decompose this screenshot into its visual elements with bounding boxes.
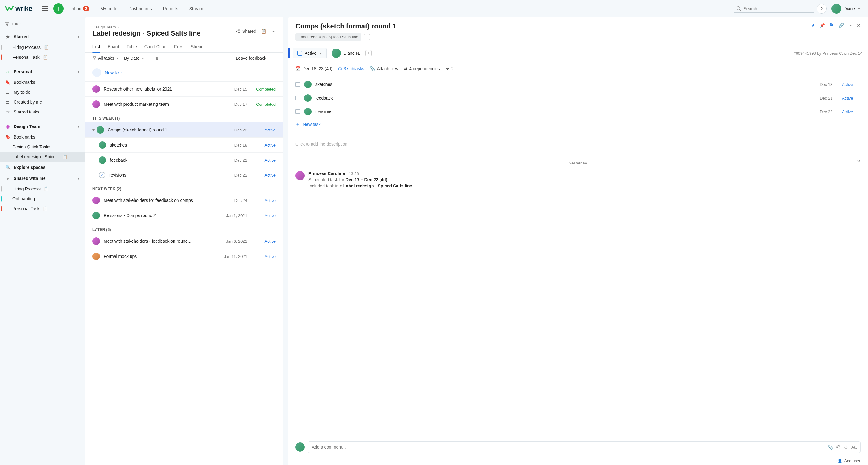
nav-mytodo[interactable]: My to-do <box>96 4 122 13</box>
sidebar-group-shared[interactable]: ● Shared with me ▼ <box>0 173 85 184</box>
sidebar-item-shared-onboarding[interactable]: Onboarding <box>0 194 85 204</box>
more-icon[interactable]: ⋯ <box>848 23 852 28</box>
expand-icon[interactable]: ⇅ <box>155 56 159 61</box>
task-avatar <box>92 212 100 219</box>
date-range[interactable]: 📅Dec 18–23 (4d) <box>296 66 333 71</box>
star-icon[interactable]: ★ <box>811 23 815 28</box>
task-row[interactable]: sketchesDec 18Active <box>85 138 283 153</box>
leave-feedback-link[interactable]: Leave feedback <box>236 56 266 61</box>
sidebar-group-personal[interactable]: ⌂ Personal ▼ <box>0 66 85 77</box>
subtask-row[interactable]: sketchesDec 18Active <box>296 77 861 91</box>
nav-inbox-label: Inbox <box>70 6 81 11</box>
sidebar-item-hiring-process[interactable]: Hiring Process 📋 <box>0 42 85 52</box>
task-date: Jan 11, 2021 <box>222 254 247 259</box>
paperclip-icon[interactable]: 📎 <box>828 444 833 450</box>
task-date: Dec 22 <box>222 173 247 177</box>
new-task-button[interactable]: ＋ New task <box>85 64 283 81</box>
tab-list[interactable]: List <box>92 41 100 52</box>
filter-tasks[interactable]: All tasks ▼ <box>92 56 119 61</box>
task-row[interactable]: ✓revisionsDec 22Active <box>85 168 283 182</box>
shared-button[interactable]: Shared <box>236 29 256 34</box>
breadcrumb[interactable]: Design Team › <box>92 25 201 29</box>
sidebar-item-created-by-me[interactable]: ≣Created by me <box>0 97 85 107</box>
sidebar-item-shared-personal-task[interactable]: Personal Task 📋 <box>0 204 85 213</box>
tab-stream[interactable]: Stream <box>191 41 205 52</box>
help-button[interactable]: ? <box>817 4 827 13</box>
tab-gantt[interactable]: Gantt Chart <box>145 41 167 52</box>
task-row[interactable]: ▾Comps (sketch format) round 1Dec 23Acti… <box>85 123 283 138</box>
tab-files[interactable]: Files <box>174 41 183 52</box>
sidebar-item-dt-bookmarks[interactable]: 🔖Bookmarks <box>0 132 85 142</box>
nav-inbox[interactable]: Inbox 2 <box>66 4 94 13</box>
more-icon[interactable]: ⋯ <box>271 56 276 61</box>
checkbox-icon[interactable] <box>296 109 300 114</box>
sidebar-item-bookmarks[interactable]: 🔖Bookmarks <box>0 77 85 87</box>
subtask-status: Active <box>842 96 861 100</box>
tab-board[interactable]: Board <box>107 41 119 52</box>
subtasks-link[interactable]: ⌬3 subtasks <box>338 66 364 71</box>
sidebar-item-personal-task[interactable]: Personal Task 📋 <box>0 52 85 62</box>
chevron-down-icon[interactable]: ▾ <box>92 127 95 132</box>
add-tag-button[interactable]: ＋ <box>364 34 370 40</box>
sidebar-group-starred[interactable]: ★ Starred ▼ <box>0 31 85 42</box>
add-assignee-button[interactable]: ＋ <box>365 50 372 56</box>
task-row[interactable]: Formal mock upsJan 11, 2021Active <box>85 249 283 264</box>
pin-icon[interactable]: 📌 <box>820 23 825 28</box>
share-count[interactable]: ⚘2 <box>445 66 454 71</box>
sidebar-item-design-quick-tasks[interactable]: Design Quick Tasks <box>0 142 85 152</box>
rss-icon[interactable] <box>829 22 834 28</box>
search-input[interactable] <box>744 6 812 11</box>
nav-stream[interactable]: Stream <box>185 4 208 13</box>
task-section-header: LATER (6) <box>85 223 283 234</box>
checkbox-icon[interactable] <box>296 82 300 87</box>
checkbox-icon[interactable] <box>296 96 300 100</box>
project-title: Label redesign - Spiced Salts line <box>92 29 201 37</box>
close-icon[interactable]: ✕ <box>857 23 861 28</box>
check-circle-icon[interactable]: ✓ <box>99 172 105 178</box>
hamburger-icon[interactable] <box>40 3 51 14</box>
dependencies[interactable]: ⇉4 dependencies <box>404 66 440 71</box>
comment-input-wrapper[interactable]: 📎 @ ☺ Aa <box>308 441 861 453</box>
sidebar-item-shared-hiring[interactable]: Hiring Process 📋 <box>0 184 85 194</box>
new-subtask-button[interactable]: ＋New task <box>296 119 861 130</box>
task-row[interactable]: Meet with product marketing teamDec 17Co… <box>85 97 283 112</box>
user-menu[interactable]: Diane ▼ <box>829 2 863 15</box>
comment-input[interactable] <box>312 444 825 450</box>
task-row[interactable]: Meet with stakeholders for feedback on c… <box>85 193 283 208</box>
format-icon[interactable]: Aa <box>851 444 857 450</box>
task-row[interactable]: Revisions - Comps round 2Jan 1, 2021Acti… <box>85 208 283 223</box>
mention-icon[interactable]: @ <box>836 444 840 450</box>
sidebar-filter[interactable] <box>0 17 85 31</box>
tab-table[interactable]: Table <box>126 41 137 52</box>
add-users-button[interactable]: +👤 Add users <box>288 457 868 465</box>
nav-reports[interactable]: Reports <box>159 4 183 13</box>
sidebar-group-design-team[interactable]: ◉ Design Team ▼ <box>0 121 85 132</box>
task-title[interactable]: Comps (sketch format) round 1 <box>296 22 396 30</box>
dot-icon: ● <box>5 176 10 181</box>
sidebar-item-starred-tasks[interactable]: ☆Starred tasks <box>0 107 85 117</box>
assignee[interactable]: Diane N. <box>332 48 360 58</box>
emoji-icon[interactable]: ☺ <box>844 444 848 450</box>
parent-tag[interactable]: Label redesign - Spiced Salts line <box>296 33 361 40</box>
subtask-row[interactable]: feedbackDec 21Active <box>296 91 861 105</box>
sidebar-explore-spaces[interactable]: 🔍 Explore spaces <box>0 162 85 173</box>
logo[interactable]: wrike <box>5 5 32 13</box>
filter-icon[interactable]: ⧩ <box>857 159 861 164</box>
nav-dashboards[interactable]: Dashboards <box>124 4 156 13</box>
sidebar-item-label-redesign[interactable]: Label redesign - Spice... 📋 <box>0 152 85 162</box>
global-search[interactable] <box>734 5 814 13</box>
clipboard-icon[interactable]: 📋 <box>261 29 266 34</box>
filter-sort[interactable]: By Date ▼ <box>124 56 145 61</box>
sidebar-item-mytodo[interactable]: ≣My to-do <box>0 87 85 97</box>
sidebar-filter-input[interactable] <box>12 21 80 28</box>
task-row[interactable]: feedbackDec 21Active <box>85 153 283 168</box>
subtask-row[interactable]: revisionsDec 22Active <box>296 105 861 119</box>
global-add-button[interactable]: ＋ <box>53 3 64 14</box>
task-row[interactable]: Meet with stakeholders - feedback on rou… <box>85 234 283 249</box>
attach-files[interactable]: 📎Attach files <box>370 66 398 71</box>
status-dropdown[interactable]: Active ▼ <box>293 48 327 59</box>
task-row[interactable]: Research other new labels for 2021Dec 15… <box>85 81 283 97</box>
more-icon[interactable]: ⋯ <box>271 29 276 34</box>
link-icon[interactable]: 🔗 <box>839 23 844 28</box>
description-field[interactable]: Click to add the description <box>288 133 868 155</box>
